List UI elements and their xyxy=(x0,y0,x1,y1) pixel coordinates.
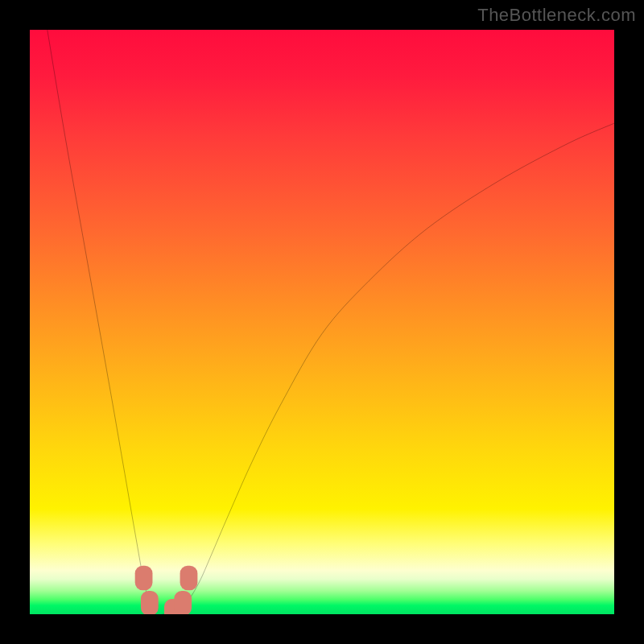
curve-markers xyxy=(135,566,198,614)
curve-marker xyxy=(135,566,153,590)
curve-marker xyxy=(174,591,192,614)
watermark-text: TheBottleneck.com xyxy=(477,5,636,26)
bottleneck-curve xyxy=(47,30,614,614)
plot-area xyxy=(30,30,614,614)
chart-frame: TheBottleneck.com xyxy=(0,0,644,644)
curve-marker xyxy=(180,566,198,590)
curve-marker xyxy=(141,591,159,614)
curve-svg xyxy=(30,30,614,614)
